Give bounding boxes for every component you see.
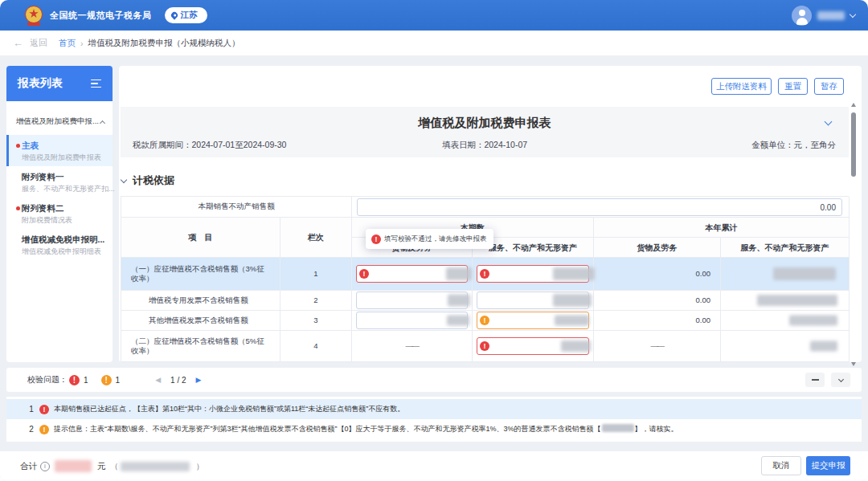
redacted-value bbox=[553, 294, 592, 307]
redacted-value bbox=[810, 341, 837, 352]
save-draft-button[interactable]: 暂存 bbox=[814, 78, 844, 95]
redacted-value bbox=[602, 424, 634, 432]
submit-button[interactable]: 提交申报 bbox=[806, 456, 850, 475]
pre-row-label: 本期销售不动产销售额 bbox=[121, 197, 352, 218]
col-header-item: 项 目 bbox=[121, 218, 280, 258]
main-panel: 上传附送资料 重置 暂存 增值税及附加税费申报表 税款所属期间：2024-07-… bbox=[119, 66, 862, 362]
cell-ytd-services bbox=[721, 291, 850, 311]
sidebar-item-reduction[interactable]: 增值税减免税申报明... 增值税减免税申报明细表 bbox=[6, 229, 113, 260]
error-count: 1 bbox=[84, 376, 88, 385]
redacted-value bbox=[757, 295, 837, 306]
issue-row[interactable]: 2 ! 提示信息：主表“本期数\服务、不动产和无形资产”列第3栏“其他增值税发票… bbox=[6, 419, 862, 439]
prev-page-icon[interactable]: ◀ bbox=[155, 376, 161, 384]
collapse-list-icon[interactable] bbox=[91, 79, 101, 88]
region-badge[interactable]: 江苏 bbox=[165, 7, 207, 23]
validation-tooltip: ! 填写校验不通过，请先修改申报表 bbox=[366, 229, 493, 249]
error-icon: ! bbox=[359, 269, 369, 279]
sidebar-item-appendix-2[interactable]: 附列资料二 附加税费情况表 bbox=[6, 198, 113, 229]
unsaved-dot bbox=[16, 144, 20, 148]
cell-current-services: ! bbox=[473, 258, 594, 291]
redacted-value bbox=[789, 316, 837, 326]
row-label: 其他增值税发票不含税销售额 bbox=[121, 311, 280, 331]
cell-current-services bbox=[473, 291, 594, 311]
sidebar-item-appendix-1[interactable]: 附列资料一 服务、不动产和无形资产扣... bbox=[6, 166, 113, 198]
scrollbar-thumb[interactable] bbox=[851, 112, 856, 177]
cell-ytd-services bbox=[721, 258, 850, 291]
upload-attachment-button[interactable]: 上传附送资料 bbox=[711, 78, 772, 95]
cell-current-services: ! bbox=[473, 331, 594, 362]
cell-current-goods: ! bbox=[352, 258, 473, 291]
redacted-value bbox=[447, 316, 469, 326]
cell-current-goods bbox=[352, 311, 473, 331]
sidebar-header: 报表列表 bbox=[6, 66, 113, 101]
issue-row[interactable]: 1 ! 本期销售额已达起征点，【主表】第10栏“其中：小微企业免税销售额”或第1… bbox=[6, 399, 862, 419]
cell-ytd-goods: —— bbox=[594, 331, 721, 362]
row-label: 增值税专用发票不含税销售额 bbox=[121, 291, 280, 311]
redacted-value bbox=[773, 267, 836, 280]
info-icon: i bbox=[40, 462, 50, 471]
redacted-value bbox=[448, 295, 470, 307]
breadcrumb: ← 返回 首页 › 增值税及附加税费申报（小规模纳税人） bbox=[0, 31, 868, 56]
breadcrumb-home[interactable]: 首页 bbox=[59, 38, 76, 49]
footer-bar: 合计 i 元 （ ） 取消 提交申报 bbox=[0, 451, 868, 481]
cell-current-goods: —— bbox=[352, 331, 473, 362]
cell-ytd-services bbox=[721, 331, 850, 362]
unit-label: 元 bbox=[97, 461, 106, 472]
vertical-scrollbar[interactable] bbox=[850, 101, 857, 368]
warning-count: 1 bbox=[116, 376, 121, 385]
sidebar-group[interactable]: 增值税及附加税费申报... bbox=[6, 101, 113, 127]
avatar[interactable] bbox=[792, 6, 812, 26]
warning-icon: ! bbox=[480, 316, 489, 325]
error-count-icon: ! bbox=[69, 375, 80, 385]
cell-current-services: ! bbox=[473, 311, 594, 331]
redacted-value bbox=[561, 340, 591, 352]
redacted-value bbox=[446, 267, 472, 280]
cell-ytd-goods: 0.00 bbox=[594, 311, 721, 331]
declaration-table: 本期销售不动产销售额 0.00 项 目 栏次 本期数 本年累计 货物及劳务 服务… bbox=[121, 196, 849, 362]
cell-ytd-services bbox=[721, 311, 850, 331]
minimize-panel-button[interactable] bbox=[805, 373, 825, 387]
cell-ytd-goods: 0.00 bbox=[594, 258, 721, 291]
validation-label: 校验问题： bbox=[27, 374, 68, 385]
redacted-value bbox=[553, 267, 595, 280]
reset-button[interactable]: 重置 bbox=[778, 78, 808, 95]
app-window: 全国统一规范电子税务局 江苏 ← 返回 首页 › 增值税及附加税费申报（小规模纳… bbox=[0, 0, 868, 481]
sidebar: 报表列表 增值税及附加税费申报... 主表 增值税及附加税费申报表 附列资料一 … bbox=[6, 66, 113, 362]
user-name-redacted bbox=[817, 11, 845, 20]
redacted-total bbox=[55, 460, 92, 472]
pre-row-cell: 0.00 bbox=[352, 197, 850, 218]
sidebar-item-main-form[interactable]: 主表 增值税及附加税费申报表 bbox=[6, 135, 113, 166]
redacted-value bbox=[555, 316, 589, 326]
scroll-up-icon[interactable] bbox=[851, 103, 856, 107]
unsaved-dot bbox=[16, 206, 20, 210]
collapse-panel-button[interactable] bbox=[831, 373, 850, 387]
app-header: 全国统一规范电子税务局 江苏 bbox=[0, 0, 868, 31]
location-pin-icon bbox=[170, 10, 178, 19]
col-header-goods: 货物及劳务 bbox=[594, 238, 721, 258]
cell-ytd-goods: 0.00 bbox=[594, 291, 721, 311]
col-header-no: 栏次 bbox=[280, 218, 352, 258]
section-chevron-icon bbox=[121, 176, 127, 182]
realty-sales-input[interactable] bbox=[357, 198, 842, 216]
error-icon: ! bbox=[480, 269, 489, 279]
redacted-detail bbox=[121, 462, 190, 471]
warning-icon: ! bbox=[39, 425, 49, 434]
total-label: 合计 bbox=[20, 461, 37, 472]
app-title: 全国统一规范电子税务局 bbox=[50, 10, 152, 22]
back-button[interactable]: 返回 bbox=[30, 37, 47, 49]
col-header-ytd: 本年累计 bbox=[594, 218, 850, 238]
chevron-down-icon[interactable] bbox=[850, 10, 856, 17]
row-label: （二）应征增值税不含税销售额（5%征收率） bbox=[121, 331, 280, 362]
chevron-up-icon bbox=[100, 120, 105, 125]
next-page-icon[interactable]: ▶ bbox=[196, 376, 202, 384]
section-header[interactable]: 计税依据 bbox=[121, 173, 174, 188]
form-title: 增值税及附加税费申报表 bbox=[121, 116, 849, 131]
cancel-button[interactable]: 取消 bbox=[761, 456, 801, 475]
form-title-band: 增值税及附加税费申报表 税款所属期间：2024-07-01至2024-09-30… bbox=[121, 107, 849, 157]
tax-emblem-logo bbox=[25, 6, 43, 25]
error-icon: ! bbox=[480, 341, 489, 351]
back-arrow-icon[interactable]: ← bbox=[13, 37, 23, 49]
col-header-services: 服务、不动产和无形资产 bbox=[721, 238, 850, 258]
amount-unit: 金额单位：元，至角分 bbox=[751, 140, 836, 151]
scroll-down-icon[interactable] bbox=[851, 362, 856, 366]
